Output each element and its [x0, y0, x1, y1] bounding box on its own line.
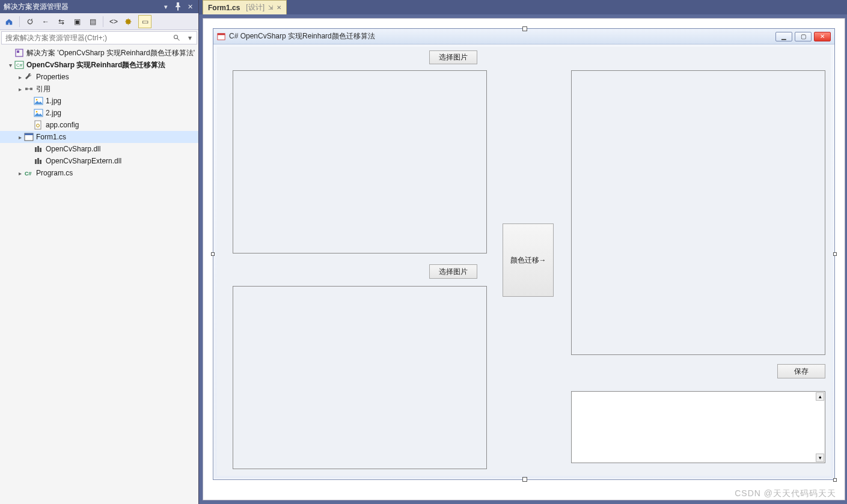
svg-rect-20	[35, 159, 37, 164]
select-image-top-button[interactable]: 选择图片	[429, 50, 477, 64]
svg-rect-13	[35, 121, 41, 129]
log-textbox[interactable]: ▴ ▾	[571, 391, 825, 463]
svg-rect-22	[40, 160, 41, 164]
tab-form1-design[interactable]: Form1.cs [设计] ⇲ ✕	[203, 0, 287, 14]
search-input[interactable]	[2, 34, 170, 42]
form-title: C# OpenCvSharp 实现Reinhard颜色迁移算法	[229, 31, 375, 41]
pin-icon[interactable]	[173, 2, 183, 11]
csproj-icon: C#	[14, 60, 24, 70]
file-dll1[interactable]: OpenCvSharp.dll	[0, 143, 198, 155]
designer-surface[interactable]: C# OpenCvSharp 实现Reinhard颜色迁移算法 ▁ ▢ ✕ 选择…	[203, 18, 845, 500]
solution-label: 解决方案 'OpenCvSharp 实现Reinhard颜色迁移算法'	[26, 48, 195, 58]
preview-icon[interactable]: ▭	[138, 15, 151, 28]
search-icon[interactable]	[170, 34, 183, 41]
form-icon	[217, 32, 225, 41]
select-image-bottom-button[interactable]: 选择图片	[429, 264, 477, 279]
window-position-icon[interactable]: ▾	[161, 2, 171, 11]
form-client-area: 选择图片 选择图片 颜色迁移→ 保存 ▴	[217, 47, 831, 476]
svg-rect-16	[25, 133, 33, 135]
svg-rect-6	[25, 88, 28, 90]
project-node[interactable]: C# OpenCvSharp 实现Reinhard颜色迁移算法	[0, 59, 198, 71]
image-icon	[34, 108, 43, 118]
resize-handle[interactable]	[833, 478, 837, 482]
cs-icon: C#	[24, 168, 34, 178]
tab-label: Form1.cs	[208, 4, 240, 12]
maximize-button[interactable]: ▢	[795, 32, 812, 41]
properties-icon[interactable]	[123, 15, 136, 28]
show-all-icon[interactable]: ▤	[86, 15, 99, 28]
svg-rect-3	[17, 50, 19, 53]
resize-handle[interactable]	[211, 252, 215, 256]
refresh-icon[interactable]	[23, 15, 37, 28]
svg-rect-25	[218, 33, 225, 35]
file-1jpg[interactable]: 1.jpg	[0, 95, 198, 107]
project-label: OpenCvSharp 实现Reinhard颜色迁移算法	[26, 60, 165, 70]
image-icon	[34, 96, 43, 106]
collapse-icon[interactable]: ▣	[70, 15, 84, 28]
form-icon	[24, 132, 34, 142]
picturebox-result[interactable]	[571, 70, 825, 355]
solution-icon	[14, 48, 24, 58]
code-view-icon[interactable]: <>	[107, 15, 120, 28]
solution-tree: 解决方案 'OpenCvSharp 实现Reinhard颜色迁移算法' C# O…	[0, 46, 198, 504]
solution-node[interactable]: 解决方案 'OpenCvSharp 实现Reinhard颜色迁移算法'	[0, 47, 198, 59]
properties-label: Properties	[36, 73, 69, 81]
home-icon[interactable]	[2, 15, 16, 28]
svg-text:C#: C#	[25, 171, 32, 177]
svg-line-1	[177, 38, 180, 41]
references-icon	[24, 84, 34, 94]
document-tabstrip: Form1.cs [设计] ⇲ ✕	[199, 0, 847, 14]
scroll-up-icon[interactable]: ▴	[816, 392, 824, 401]
file-2jpg[interactable]: 2.jpg	[0, 107, 198, 119]
tab-pin-icon[interactable]: ⇲	[268, 4, 273, 11]
svg-text:C#: C#	[16, 62, 23, 68]
file-program[interactable]: C# Program.cs	[0, 167, 198, 179]
sync-icon[interactable]: ⇆	[55, 15, 68, 28]
resize-handle[interactable]	[833, 252, 837, 256]
save-button[interactable]: 保存	[777, 364, 825, 378]
picturebox-source1[interactable]	[233, 70, 487, 254]
color-transfer-button[interactable]: 颜色迁移→	[503, 223, 554, 297]
references-node[interactable]: 引用	[0, 83, 198, 95]
search-dropdown-icon[interactable]: ▾	[183, 34, 197, 42]
search-box[interactable]: ▾	[1, 31, 197, 44]
config-icon	[34, 120, 43, 130]
minimize-button[interactable]: ▁	[775, 32, 792, 41]
file-dll2[interactable]: OpenCvSharpExtern.dll	[0, 155, 198, 167]
wrench-icon	[24, 72, 34, 82]
panel-title: 解决方案资源管理器	[4, 2, 69, 12]
picturebox-source2[interactable]	[233, 286, 487, 469]
svg-rect-17	[35, 147, 37, 152]
close-icon[interactable]: ✕	[185, 2, 195, 11]
properties-node[interactable]: Properties	[0, 71, 198, 83]
svg-point-10	[36, 99, 38, 101]
close-button[interactable]: ✕	[814, 32, 831, 41]
references-label: 引用	[36, 84, 50, 94]
panel-titlebar: 解决方案资源管理器 ▾ ✕	[0, 0, 198, 13]
file-form1[interactable]: Form1.cs	[0, 131, 198, 143]
svg-rect-21	[37, 158, 39, 164]
svg-rect-7	[30, 88, 32, 90]
svg-point-0	[174, 35, 178, 39]
back-icon[interactable]: ←	[39, 15, 52, 28]
form-window[interactable]: C# OpenCvSharp 实现Reinhard颜色迁移算法 ▁ ▢ ✕ 选择…	[213, 28, 835, 480]
tab-close-icon[interactable]: ✕	[277, 4, 281, 11]
file-appconfig[interactable]: app.config	[0, 119, 198, 131]
tab-suffix: [设计]	[246, 2, 264, 13]
svg-rect-19	[40, 148, 41, 152]
form-titlebar: C# OpenCvSharp 实现Reinhard颜色迁移算法 ▁ ▢ ✕	[213, 29, 834, 44]
scroll-down-icon[interactable]: ▾	[816, 454, 824, 462]
panel-toolbar: ← ⇆ ▣ ▤ <> ▭	[0, 13, 198, 30]
dll-icon	[34, 156, 43, 166]
dll-icon	[34, 144, 43, 154]
svg-rect-18	[37, 146, 39, 152]
solution-explorer-panel: 解决方案资源管理器 ▾ ✕ ← ⇆ ▣ ▤ <> ▭	[0, 0, 199, 504]
svg-point-12	[36, 111, 38, 113]
